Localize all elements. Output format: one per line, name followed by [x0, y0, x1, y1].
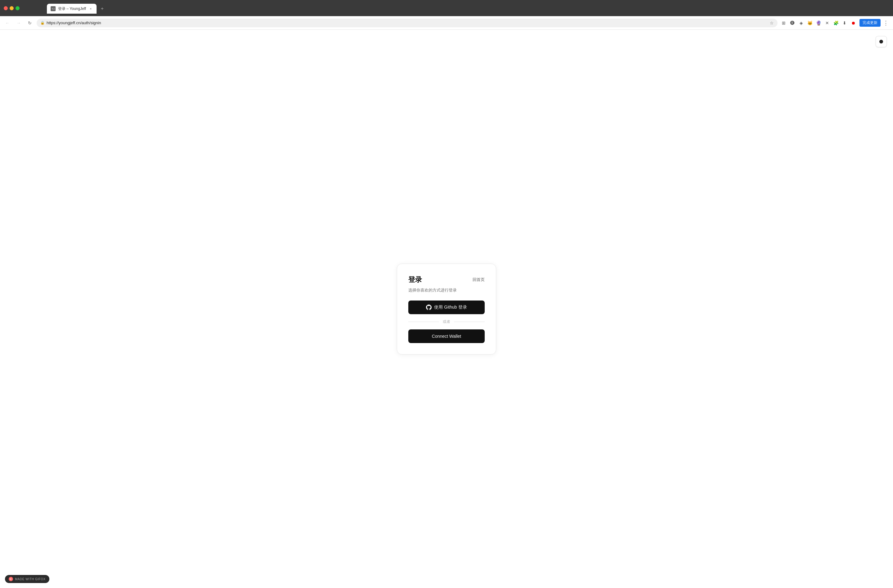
traffic-lights	[4, 6, 20, 10]
address-bar[interactable]: 🔒 https://youngjeff.cn/auth/signin ☆	[37, 19, 777, 27]
tab-favicon: YJ	[51, 6, 56, 11]
reload-button[interactable]: ↻	[26, 19, 34, 27]
ext-icon-2[interactable]: 🅡	[789, 19, 796, 27]
title-bar: YJ 登录 – YoungJeff × +	[0, 0, 893, 16]
ext-icon-4[interactable]: 🐱	[806, 19, 813, 27]
reload-icon: ↻	[28, 21, 32, 26]
bookmark-icon[interactable]: ☆	[770, 21, 774, 26]
tab-bar: YJ 登录 – YoungJeff × +	[22, 3, 107, 14]
ext-icon-5[interactable]: 🔮	[815, 19, 822, 27]
github-icon	[426, 305, 431, 310]
footer-badge: ♥ MADE WITH GIFOX	[5, 575, 50, 583]
card-title: 登录	[408, 275, 422, 284]
page-content: 登录 回首页 选择你喜欢的方式进行登录 使用 Github 登录 或者 Conn…	[0, 30, 893, 588]
nav-bar: ← → ↻ 🔒 https://youngjeff.cn/auth/signin…	[0, 16, 893, 30]
new-tab-button[interactable]: +	[98, 5, 107, 13]
forward-icon: →	[17, 21, 21, 26]
card-header: 登录 回首页	[408, 275, 485, 284]
back-home-link[interactable]: 回首页	[473, 277, 485, 283]
tab-title: 登录 – YoungJeff	[58, 6, 86, 12]
github-button-label: 使用 Github 登录	[434, 305, 467, 310]
ext-icon-1[interactable]: ⊞	[780, 19, 788, 27]
divider-line-left	[408, 322, 439, 322]
extensions-area: ⊞ 🅡 ◈ 🐱 🔮 ✕ 🧩 ⬇ ⏺	[780, 19, 857, 27]
footer-badge-label: MADE WITH GIFOX	[15, 577, 46, 581]
close-button[interactable]	[4, 6, 8, 10]
browser-chrome: YJ 登录 – YoungJeff × + ← → ↻ 🔒 https://yo…	[0, 0, 893, 30]
more-menu-button[interactable]: ⋮	[882, 20, 890, 26]
theme-toggle-button[interactable]	[876, 36, 887, 47]
download-icon[interactable]: ⬇	[841, 19, 848, 27]
gifox-icon: ♥	[9, 577, 13, 581]
url-display: https://youngjeff.cn/auth/signin	[47, 21, 768, 25]
minimize-button[interactable]	[10, 6, 14, 10]
ext-icon-6[interactable]: ✕	[824, 19, 831, 27]
active-tab[interactable]: YJ 登录 – YoungJeff ×	[47, 4, 96, 14]
card-subtitle: 选择你喜欢的方式进行登录	[408, 287, 485, 293]
nav-actions: 完成更新 ⋮	[860, 19, 890, 27]
maximize-button[interactable]	[15, 6, 20, 10]
connect-wallet-button[interactable]: Connect Wallet	[408, 329, 485, 343]
record-icon[interactable]: ⏺	[849, 19, 857, 27]
divider-line-right	[454, 322, 485, 322]
back-icon: ←	[5, 21, 10, 26]
update-button[interactable]: 完成更新	[860, 19, 881, 27]
back-button[interactable]: ←	[3, 19, 12, 27]
login-card: 登录 回首页 选择你喜欢的方式进行登录 使用 Github 登录 或者 Conn…	[397, 263, 496, 355]
theme-icon	[879, 40, 883, 44]
forward-button[interactable]: →	[14, 19, 23, 27]
divider-text: 或者	[443, 319, 450, 325]
ext-icon-3[interactable]: ◈	[797, 19, 805, 27]
github-login-button[interactable]: 使用 Github 登录	[408, 301, 485, 314]
divider: 或者	[408, 319, 485, 325]
tab-close-icon[interactable]: ×	[89, 6, 93, 11]
ext-puzzle-icon[interactable]: 🧩	[832, 19, 840, 27]
lock-icon: 🔒	[41, 21, 45, 25]
